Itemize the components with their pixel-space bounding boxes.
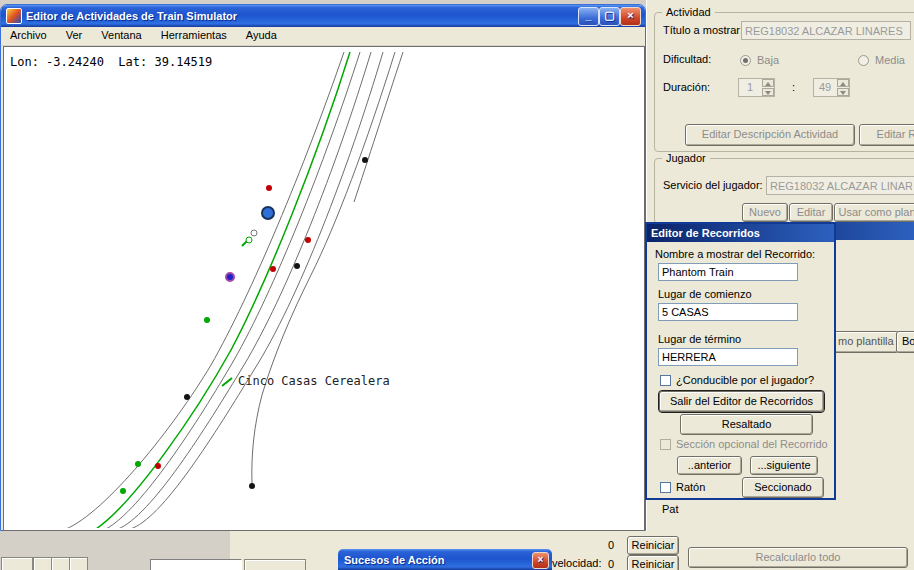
bottom-toolbar-button-1[interactable] [1, 557, 33, 570]
menu-herramientas[interactable]: Herramientas [153, 27, 235, 41]
difficulty-easy-label: Baja [757, 54, 779, 66]
duration-hours-spinner[interactable]: 1 [738, 78, 775, 97]
route-name-input[interactable] [658, 263, 798, 281]
drivable-checkbox[interactable] [660, 375, 671, 386]
bottom-toolbar-button-2[interactable] [33, 557, 52, 570]
reset-button-bottom[interactable]: Reiniciar [627, 555, 679, 570]
player-use-template-button[interactable]: Usar como plan [834, 203, 914, 222]
waypoint-black[interactable] [294, 263, 300, 269]
player-service-input[interactable] [766, 176, 914, 195]
waypoint-green[interactable] [135, 461, 141, 467]
route-direction-mark-icon [222, 378, 232, 386]
activity-group: Actividad Título a mostrar: Dificultad: … [654, 12, 914, 152]
main-menubar: Archivo Ver Ventana Herramientas Ayuda [2, 27, 644, 46]
bottom-toolbar-button-3[interactable] [51, 557, 70, 570]
bottom-toolbar-field[interactable] [150, 559, 242, 570]
use-as-template-button-partial[interactable]: mo plantilla [833, 331, 899, 353]
event-value-top: 0 [598, 539, 614, 551]
close-button[interactable]: × [620, 7, 641, 26]
main-window: Editor de Actividades de Train Simulator… [0, 4, 646, 531]
track-map-svg[interactable]: Cinco Casas Cerealera [4, 47, 642, 528]
action-events-titlebar[interactable]: Sucesos de Acción × [338, 549, 552, 570]
waypoint-green[interactable] [120, 488, 126, 494]
menu-ayuda[interactable]: Ayuda [238, 27, 285, 41]
bo-button-partial[interactable]: Bo [896, 331, 914, 353]
track-lines [66, 52, 403, 528]
recalculate-all-button[interactable]: Recalcularlo todo [688, 547, 908, 568]
event-value-bottom: 0 [598, 558, 614, 570]
bottom-toolbar-button-5[interactable] [244, 559, 306, 570]
optional-section-checkbox[interactable] [660, 439, 671, 450]
activity-group-title: Actividad [662, 6, 715, 18]
difficulty-label: Dificultad: [663, 53, 711, 65]
route-editor-titlebar[interactable]: Editor de Recorridos [647, 224, 834, 242]
player-new-button[interactable]: Nuevo [742, 203, 788, 222]
waypoint-red[interactable] [266, 185, 272, 191]
waypoint-red[interactable] [155, 463, 161, 469]
bottom-toolbar-button-4[interactable] [69, 557, 88, 570]
difficulty-easy-radio[interactable] [740, 55, 751, 66]
duration-label: Duración: [663, 81, 710, 93]
menu-ventana[interactable]: Ventana [93, 27, 149, 41]
duration-minutes-spinner[interactable]: 49 [813, 78, 850, 97]
route-name-label: Nombre a mostrar del Recorrido: [655, 248, 815, 260]
route-start-label: Lugar de comienzo [658, 288, 752, 300]
waypoint-red[interactable] [270, 266, 276, 272]
duration-separator: : [792, 81, 795, 93]
action-events-window: Sucesos de Acción × [338, 549, 552, 570]
main-titlebar[interactable]: Editor de Actividades de Train Simulator… [1, 5, 645, 27]
track-map[interactable]: Lon: -3.24240 Lat: 39.14519 [3, 46, 645, 531]
desktop: Actividad Título a mostrar: Dificultad: … [0, 0, 914, 570]
player-group-title: Jugador [662, 152, 710, 164]
waypoint-black[interactable] [184, 394, 190, 400]
route-start-node[interactable] [226, 273, 234, 281]
spinner-up-icon[interactable] [762, 79, 774, 87]
velocity-label: velocidad: [552, 557, 602, 569]
reset-button-top[interactable]: Reiniciar [627, 536, 679, 555]
sectioned-button[interactable]: Seccionado [742, 477, 824, 498]
mouse-checkbox[interactable] [660, 482, 671, 493]
waypoint-red[interactable] [305, 237, 311, 243]
waypoint-white[interactable] [251, 230, 257, 236]
player-group: Jugador Servicio del jugador: Nuevo Edit… [654, 158, 914, 224]
spinner-up-icon[interactable] [837, 79, 849, 87]
spinner-down-icon[interactable] [762, 88, 774, 96]
action-events-title: Sucesos de Acción [344, 554, 444, 566]
waypoint-green-outline[interactable] [246, 237, 252, 243]
route-end-input[interactable] [658, 348, 798, 366]
player-service-label: Servicio del jugador: [663, 179, 763, 191]
minimize-button[interactable]: _ [578, 7, 599, 26]
edit-description-button[interactable]: Editar Descripción Actividad [685, 124, 855, 146]
action-events-close-button[interactable]: × [532, 552, 549, 569]
station-label: Cinco Casas Cerealera [238, 374, 390, 388]
pat-label-partial: Pat [662, 503, 679, 515]
previous-button[interactable]: ..anterior [677, 456, 742, 475]
duration-minutes-value: 49 [814, 81, 836, 93]
waypoint-black[interactable] [249, 483, 255, 489]
optional-section-label: Sección opcional del Recorrido [676, 438, 828, 450]
app-icon [6, 8, 22, 24]
drivable-label: ¿Conducible por el jugador? [676, 374, 814, 386]
difficulty-medium-radio[interactable] [858, 55, 869, 66]
maximize-button[interactable]: ▢ [599, 7, 620, 26]
route-editor-dialog: Editor de Recorridos Nombre a mostrar de… [645, 222, 836, 500]
waypoint-black[interactable] [362, 157, 368, 163]
highlight-button[interactable]: Resaltado [680, 414, 813, 435]
edit-summary-button[interactable]: Editar Resumen [859, 124, 914, 146]
activity-title-input[interactable] [741, 21, 911, 40]
route-start-input[interactable] [658, 303, 798, 321]
player-edit-button[interactable]: Editar [789, 203, 833, 222]
main-window-title: Editor de Actividades de Train Simulator [26, 10, 237, 22]
menu-ver[interactable]: Ver [58, 27, 91, 41]
menu-archivo[interactable]: Archivo [2, 27, 55, 41]
route-end-label: Lugar de término [658, 333, 741, 345]
exit-route-editor-button[interactable]: Salir del Editor de Recorridos [659, 391, 824, 412]
selected-node-blue[interactable] [262, 207, 274, 219]
spinner-down-icon[interactable] [837, 88, 849, 96]
waypoint-green[interactable] [204, 317, 210, 323]
next-button[interactable]: ...siguiente [750, 456, 818, 475]
selected-route-line[interactable] [96, 52, 350, 528]
route-editor-title: Editor de Recorridos [651, 227, 760, 239]
duration-hours-value: 1 [739, 81, 761, 93]
difficulty-medium-label: Media [875, 54, 905, 66]
